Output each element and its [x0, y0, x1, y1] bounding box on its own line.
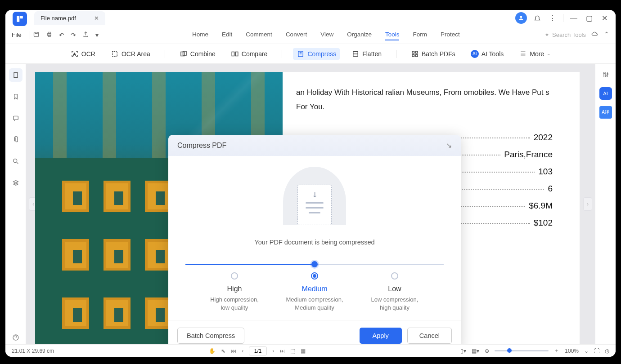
view-mode-icon[interactable]: ▯▾	[460, 348, 466, 354]
clock-icon[interactable]: ◷	[605, 348, 609, 354]
save-icon[interactable]	[33, 31, 40, 39]
search-icon[interactable]	[9, 155, 22, 168]
svg-point-23	[603, 73, 604, 74]
modal-close-icon[interactable]: ↘	[446, 141, 452, 150]
flatten-icon	[351, 50, 360, 58]
compress-button[interactable]: Compress	[293, 48, 340, 60]
comment-panel-icon[interactable]	[9, 111, 22, 125]
print-icon[interactable]	[46, 31, 53, 39]
progress-text: Your PDF document is being compressed	[182, 239, 447, 246]
svg-point-21	[13, 159, 17, 163]
svg-point-25	[607, 73, 608, 75]
menu-form[interactable]: Form	[413, 29, 427, 40]
ocr-area-button[interactable]: OCR Area	[107, 48, 154, 60]
thumbnails-icon[interactable]	[9, 68, 22, 82]
combine-button[interactable]: Combine	[176, 48, 219, 60]
batch-pdfs-button[interactable]: Batch PDFs	[407, 48, 459, 60]
svg-rect-19	[14, 73, 18, 78]
app-logo-icon	[13, 12, 27, 26]
ai-tools-button[interactable]: AI AI Tools	[467, 48, 508, 60]
fit-page-icon[interactable]: ▦	[301, 348, 306, 354]
more-lines-icon: ☰	[519, 50, 527, 58]
menu-edit[interactable]: Edit	[222, 29, 232, 40]
attachment-icon[interactable]	[9, 133, 22, 146]
ai-assistant-icon[interactable]: AI	[599, 87, 612, 100]
slider-handle[interactable]	[311, 261, 318, 267]
menu-protect[interactable]: Protect	[441, 29, 460, 40]
more-button[interactable]: ☰ More ⌄	[515, 48, 554, 60]
ocr-button[interactable]: A OCR	[67, 48, 99, 60]
option-medium[interactable]: Medium Medium compression,Medium quality	[274, 272, 355, 312]
cancel-button[interactable]: Cancel	[407, 328, 452, 344]
search-tools[interactable]: ✦ Search Tools	[544, 31, 586, 38]
user-avatar-icon[interactable]	[515, 12, 527, 24]
select-tool-icon[interactable]: ⬉	[221, 348, 225, 354]
svg-text:A: A	[73, 52, 76, 56]
bookmark-icon[interactable]	[9, 90, 22, 103]
cloud-icon[interactable]	[591, 31, 598, 39]
svg-point-2	[520, 16, 522, 18]
svg-rect-8	[112, 51, 117, 56]
undo-icon[interactable]: ↶	[59, 31, 64, 39]
help-icon[interactable]	[9, 331, 22, 344]
app-window: File name.pdf ✕ ⋮ — ▢ ✕ File ↶ ↷ ▾ Home …	[5, 10, 616, 357]
translate-icon[interactable]: A译	[599, 106, 612, 119]
last-page-icon[interactable]: ⏭	[279, 348, 285, 354]
share-icon[interactable]	[82, 31, 89, 39]
bell-icon[interactable]	[530, 10, 545, 26]
page-dimensions: 21.01 X 29.69 cm	[12, 348, 54, 354]
batch-compress-button[interactable]: Batch Compress	[177, 328, 244, 344]
hand-tool-icon[interactable]: ✋	[209, 348, 216, 354]
document-tab[interactable]: File name.pdf ✕	[34, 11, 105, 25]
zoom-in-icon[interactable]: ＋	[554, 347, 559, 355]
radio-high[interactable]	[231, 272, 238, 280]
compare-button[interactable]: Compare	[227, 48, 271, 60]
minimize-icon[interactable]: —	[566, 10, 581, 26]
menu-tools[interactable]: Tools	[385, 29, 400, 40]
compare-icon	[231, 50, 239, 58]
document-paragraph: an Holiday With Historical ralian Museum…	[296, 85, 553, 115]
redo-icon[interactable]: ↷	[71, 31, 76, 39]
radio-low[interactable]	[391, 272, 398, 280]
next-page-icon[interactable]: ›	[272, 348, 274, 354]
menu-comment[interactable]: Comment	[246, 29, 272, 40]
fullscreen-icon[interactable]: ⛶	[594, 348, 599, 354]
close-icon[interactable]: ✕	[94, 15, 99, 22]
dropdown-icon[interactable]: ▾	[95, 31, 99, 39]
menu-convert[interactable]: Convert	[286, 29, 307, 40]
maximize-icon[interactable]: ▢	[581, 10, 597, 26]
compression-options: High High compression,low quality Medium…	[185, 272, 444, 312]
collapse-ribbon-icon[interactable]: ⌃	[604, 31, 609, 39]
file-menu[interactable]: File	[12, 31, 22, 38]
reading-mode-icon[interactable]: ▤▾	[472, 348, 479, 354]
compression-slider[interactable]	[185, 264, 444, 265]
first-page-icon[interactable]: ⏮	[231, 348, 236, 354]
zoom-out-icon[interactable]: ⊖	[485, 348, 489, 354]
page-number-input[interactable]	[249, 346, 267, 355]
option-low[interactable]: Low Low compression,high quality	[355, 272, 435, 312]
window-close-icon[interactable]: ✕	[597, 10, 612, 26]
menu-home[interactable]: Home	[192, 29, 208, 40]
menu-organize[interactable]: Organize	[347, 29, 372, 40]
compress-icon	[297, 50, 305, 58]
layers-icon[interactable]	[9, 176, 22, 190]
compress-modal: Compress PDF ↘ ⤓ Your PDF document is be…	[168, 135, 461, 344]
zoom-slider[interactable]	[495, 350, 549, 351]
download-arrow-icon: ⤓	[312, 191, 318, 199]
svg-point-24	[605, 75, 606, 76]
option-high[interactable]: High High compression,low quality	[194, 272, 274, 312]
chevron-down-icon[interactable]: ⌄	[584, 348, 589, 354]
svg-rect-5	[48, 32, 50, 33]
zoom-percent: 100%	[565, 348, 579, 354]
svg-rect-1	[20, 16, 23, 18]
menu-view[interactable]: View	[320, 29, 333, 40]
settings-sliders-icon[interactable]	[599, 68, 612, 81]
chevron-down-icon: ⌄	[547, 51, 550, 56]
fit-width-icon[interactable]: ⬚	[290, 348, 295, 354]
next-page-arrow[interactable]: ›	[583, 197, 592, 211]
prev-page-icon[interactable]: ‹	[242, 348, 243, 354]
apply-button[interactable]: Apply	[360, 328, 402, 344]
flatten-button[interactable]: Flatten	[348, 48, 385, 60]
more-icon[interactable]: ⋮	[545, 10, 560, 26]
radio-medium[interactable]	[311, 272, 318, 280]
